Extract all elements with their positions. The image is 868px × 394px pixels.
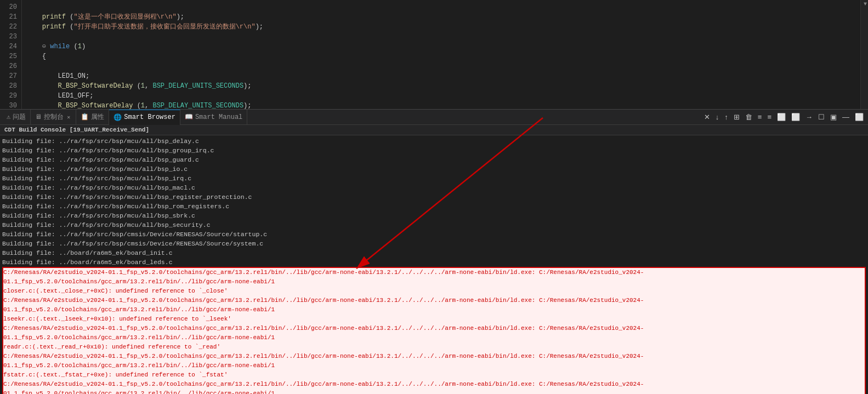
tab-console[interactable]: 🖥 控制台 ✕ xyxy=(31,110,76,125)
build-line-9: Building file: ../ra/fsp/src/bsp/mcu/all… xyxy=(2,212,195,219)
build-line-1: Building file: ../ra/fsp/src/bsp/mcu/all… xyxy=(2,138,199,145)
build-line-2: Building file: ../ra/fsp/src/bsp/mcu/all… xyxy=(2,147,214,154)
scroll-up-button[interactable]: ↑ xyxy=(722,112,730,122)
build-line-13: Building file: ../board/ra6m5_ek/board_i… xyxy=(2,249,173,256)
error-line-1: C:/Renesas/RA/e2studio_v2024-01.1_fsp_v5… xyxy=(3,268,865,287)
menu2-button[interactable]: ≡ xyxy=(765,112,774,122)
minimize-button[interactable]: — xyxy=(840,112,852,122)
build-line-3: Building file: ../ra/fsp/src/bsp/mcu/all… xyxy=(2,156,199,163)
smart-browser-icon: 🌐 xyxy=(114,113,122,122)
build-line-11: Building file: ../ra/fsp/src/bsp/cmsis/D… xyxy=(2,231,267,238)
code-content: printf ("这是一个串口收发回显例程\r\n"); printf ("打开… xyxy=(22,0,860,109)
build-line-7: Building file: ../ra/fsp/src/bsp/mcu/all… xyxy=(2,193,252,201)
editor-scrollbar[interactable]: ▼ xyxy=(860,0,868,109)
error-line-6: readr.c:(.text._read_r+0x10): undefined … xyxy=(3,342,865,352)
maximize-button[interactable]: ⬜ xyxy=(853,112,866,122)
build-line-14: Building file: ../board/ra6m5_ek/board_l… xyxy=(2,259,173,266)
error-line-4: lseekr.c:(.text._lseek_r+0x10): undefine… xyxy=(3,315,865,324)
tab-smart-manual-label: Smart Manual xyxy=(195,113,242,121)
error-line-3: C:/Renesas/RA/e2studio_v2024-01.1_fsp_v5… xyxy=(3,296,865,315)
tab-problems-label: 问题 xyxy=(13,112,26,122)
tab-smart-manual[interactable]: 📖 Smart Manual xyxy=(180,110,247,125)
tab-properties[interactable]: 📋 属性 xyxy=(76,110,109,125)
smart-manual-icon: 📖 xyxy=(185,113,193,121)
properties-icon: 📋 xyxy=(81,113,89,121)
console-panel: CDT Build Console [19_UART_Receive_Send]… xyxy=(0,125,868,394)
console-title: CDT Build Console [19_UART_Receive_Send] xyxy=(0,125,868,135)
layout-button[interactable]: ⬜ xyxy=(789,112,802,122)
error-line-9: C:/Renesas/RA/e2studio_v2024-01.1_fsp_v5… xyxy=(3,380,865,394)
checkbox-button[interactable]: ☐ xyxy=(816,112,827,122)
view-button[interactable]: ⬜ xyxy=(775,112,788,122)
console-output[interactable]: Building file: ../ra/fsp/src/bsp/mcu/all… xyxy=(0,135,868,394)
build-line-12: Building file: ../ra/fsp/src/bsp/cmsis/D… xyxy=(2,240,263,247)
error-line-7: C:/Renesas/RA/e2studio_v2024-01.1_fsp_v5… xyxy=(3,352,865,370)
tab-console-close[interactable]: ✕ xyxy=(66,113,71,121)
line-numbers: 20 21 22 23 24 25 26 27 28 29 30 31 32 3… xyxy=(0,0,22,109)
scroll-down-button[interactable]: ↓ xyxy=(713,112,722,122)
error-line-2: closer.c:(.text._close_r+0xC): undefined… xyxy=(3,287,865,296)
tab-smart-browser-label: Smart Browser xyxy=(124,113,175,121)
toolbar-right: ✕ ↓ ↑ ⊞ 🗑 ≡ ≡ ⬜ ⬜ → ☐ ▣ — ⬜ xyxy=(702,112,866,122)
main-container: 20 21 22 23 24 25 26 27 28 29 30 31 32 3… xyxy=(0,0,868,394)
next-button[interactable]: → xyxy=(803,112,815,122)
tab-problems[interactable]: ⚠ 问题 xyxy=(2,110,31,125)
tab-smart-browser[interactable]: 🌐 Smart Browser xyxy=(109,110,180,125)
grid-button[interactable]: ▣ xyxy=(828,112,839,122)
menu1-button[interactable]: ≡ xyxy=(756,112,764,122)
build-line-6: Building file: ../ra/fsp/src/bsp/mcu/all… xyxy=(2,184,195,191)
error-box: C:/Renesas/RA/e2studio_v2024-01.1_fsp_v5… xyxy=(2,267,866,394)
error-line-8: fstatr.c:(.text._fstat_r+0xe): undefined… xyxy=(3,370,865,380)
close-console-button[interactable]: ✕ xyxy=(702,112,712,122)
code-editor: 20 21 22 23 24 25 26 27 28 29 30 31 32 3… xyxy=(0,0,868,110)
build-line-10: Building file: ../ra/fsp/src/bsp/mcu/all… xyxy=(2,221,211,229)
clear-button[interactable]: 🗑 xyxy=(743,112,754,122)
problems-icon: ⚠ xyxy=(7,113,10,121)
error-line-5: C:/Renesas/RA/e2studio_v2024-01.1_fsp_v5… xyxy=(3,324,865,342)
console-icon: 🖥 xyxy=(35,113,42,121)
tab-console-label: 控制台 xyxy=(44,112,64,122)
tab-bar: ⚠ 问题 🖥 控制台 ✕ 📋 属性 🌐 Smart Browser 📖 Smar… xyxy=(0,110,868,125)
tab-properties-label: 属性 xyxy=(91,112,104,122)
build-line-8: Building file: ../ra/fsp/src/bsp/mcu/all… xyxy=(2,203,229,210)
pin-button[interactable]: ⊞ xyxy=(731,112,742,122)
build-line-5: Building file: ../ra/fsp/src/bsp/mcu/all… xyxy=(2,175,191,182)
build-line-4: Building file: ../ra/fsp/src/bsp/mcu/all… xyxy=(2,165,188,173)
